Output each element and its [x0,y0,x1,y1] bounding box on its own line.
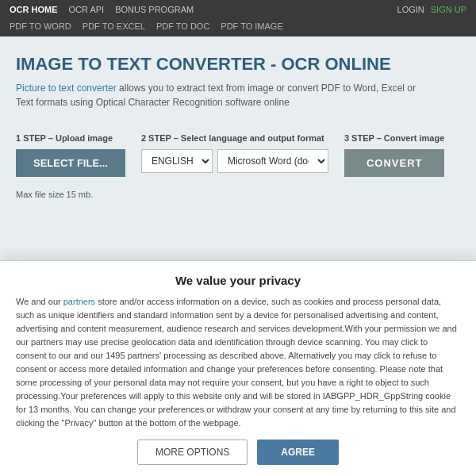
steps-row: 1 STEP – Upload image SELECT FILE... Max… [16,133,460,199]
select-file-button[interactable]: SELECT FILE... [16,149,125,177]
top-nav-right: LOGIN SIGN UP [397,5,466,14]
step1-label: 1 STEP – Upload image [16,133,125,143]
subtitle-link[interactable]: Picture to text converter [16,83,117,94]
nav-pdf-to-word[interactable]: PDF TO WORD [10,21,71,31]
nav-pdf-to-image[interactable]: PDF TO IMAGE [221,21,282,31]
agree-button[interactable]: AGREE [257,440,339,465]
privacy-buttons: MORE OPTIONS AGREE [16,440,460,465]
nav-bonus-program[interactable]: BONUS PROGRAM [115,5,194,14]
step2-block: 2 STEP – Select language and output form… [141,133,328,173]
convert-button[interactable]: CONVERT [344,149,445,177]
main-content: IMAGE TO TEXT CONVERTER - OCR ONLINE Pic… [0,36,476,290]
step2-label: 2 STEP – Select language and output form… [141,133,328,143]
nav-pdf-to-excel[interactable]: PDF TO EXCEL [83,21,145,31]
step3-block: 3 STEP – Convert image CONVERT [344,133,445,177]
step3-label: 3 STEP – Convert image [344,133,445,143]
nav-ocr-api[interactable]: OCR API [69,5,105,14]
nav-ocr-home[interactable]: OCR HOME [10,5,58,14]
nav-login[interactable]: LOGIN [397,5,424,14]
more-options-button[interactable]: MORE OPTIONS [137,440,248,465]
privacy-body: We and our partners store and/or access … [16,295,460,430]
top-nav-bar: OCR HOME OCR API BONUS PROGRAM LOGIN SIG… [0,0,476,19]
top-nav-left: OCR HOME OCR API BONUS PROGRAM [10,5,194,14]
nav-pdf-to-doc[interactable]: PDF TO DOC [156,21,209,31]
privacy-partners-link[interactable]: partners [63,297,95,306]
step1-block: 1 STEP – Upload image SELECT FILE... Max… [16,133,125,199]
privacy-overlay: We value your privacy We and our partner… [0,260,476,476]
language-select[interactable]: ENGLISH [141,149,213,173]
page-subtitle: Picture to text converter allows you to … [16,81,428,109]
privacy-title: We value your privacy [16,274,460,287]
second-nav-bar: PDF TO WORD PDF TO EXCEL PDF TO DOC PDF … [0,19,476,36]
nav-signup[interactable]: SIGN UP [431,5,466,14]
format-select[interactable]: Microsoft Word (doc [217,149,328,173]
page-title: IMAGE TO TEXT CONVERTER - OCR ONLINE [16,54,460,75]
selects-row: ENGLISH Microsoft Word (doc [141,149,328,173]
max-file-note: Max file size 15 mb. [16,190,125,199]
